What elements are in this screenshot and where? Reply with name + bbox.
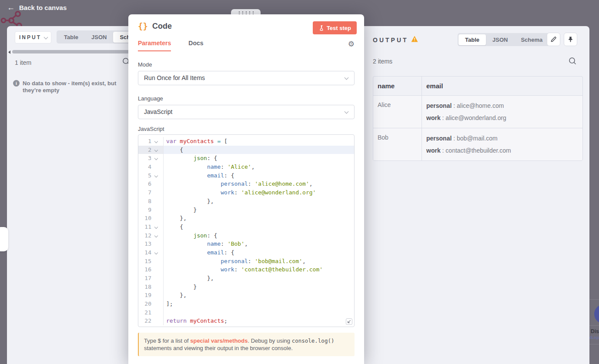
pin-data-button[interactable] <box>564 33 577 46</box>
table-header-row: name email <box>373 77 582 96</box>
fold-chevron-icon[interactable] <box>151 146 161 154</box>
special-vars-link[interactable]: special vars/methods <box>190 337 248 344</box>
column-header-name: name <box>373 77 422 96</box>
mode-select[interactable]: Run Once for All Items <box>138 71 355 85</box>
left-panel-handle[interactable] <box>0 227 8 251</box>
input-source-select[interactable]: INPUT <box>15 31 51 43</box>
divider <box>589 325 599 326</box>
node-title: Code <box>152 22 172 31</box>
fold-chevron-icon <box>151 300 161 308</box>
tab-parameters[interactable]: Parameters <box>138 40 171 51</box>
column-header-email: email <box>422 77 582 96</box>
fold-chevron-icon <box>151 317 161 325</box>
tab-schema[interactable]: Schema <box>514 34 549 45</box>
background-sublabel: dLega <box>589 335 599 340</box>
output-table: name email Alicepersonal : alice@home.co… <box>373 76 583 161</box>
horizontal-scrollbar[interactable] <box>12 50 131 53</box>
output-panel: OUTPUT TableJSONSchema 2 items name emai… <box>364 26 589 364</box>
code-line: 10 }, <box>138 214 354 223</box>
tab-json[interactable]: JSON <box>85 32 113 43</box>
code-line: 2 { <box>138 146 354 154</box>
tab-table[interactable]: Table <box>458 34 486 45</box>
fold-chevron-icon <box>151 214 161 223</box>
line-number: 18 <box>138 283 151 291</box>
code-lines: 1var myContacts = [2 {3 json: {4 name: '… <box>138 137 354 325</box>
line-number: 20 <box>138 300 151 308</box>
chevron-down-icon <box>44 35 48 40</box>
scroll-left-arrow-icon[interactable] <box>8 50 10 54</box>
input-empty-notice: i No data to show - item(s) exist, but t… <box>13 80 135 94</box>
line-number: 11 <box>138 223 151 231</box>
fold-chevron-icon[interactable] <box>151 248 161 257</box>
code-line: 22return myContacts; <box>138 317 354 325</box>
fold-chevron-icon <box>151 283 161 291</box>
input-items-count: 1 item <box>15 59 31 66</box>
chevron-down-icon <box>345 76 349 80</box>
editor-resize-handle[interactable] <box>346 318 352 325</box>
output-view-tabs: TableJSONSchema <box>458 33 550 46</box>
node-settings-gear-icon[interactable]: ⚙ <box>348 40 355 49</box>
fold-chevron-icon <box>151 188 161 197</box>
editor-hint-callout: Type $ for a list of special vars/method… <box>138 333 355 356</box>
fold-chevron-icon <box>151 240 161 248</box>
code-line: 15 personal: 'bob@mail.com', <box>138 257 354 266</box>
fold-chevron-icon <box>151 257 161 266</box>
fold-chevron-icon <box>151 291 161 300</box>
code-line: 11 { <box>138 223 354 231</box>
back-arrow-icon: ← <box>7 3 15 11</box>
code-editor-label: JavaScript <box>138 126 164 132</box>
cell-name: Bob <box>373 128 422 160</box>
code-line: 1var myContacts = [ <box>138 137 354 146</box>
code-line: 6 personal: 'alice@home.com', <box>138 180 354 188</box>
background-label: Dis <box>591 328 599 334</box>
info-icon: i <box>13 80 20 87</box>
line-number: 12 <box>138 231 151 240</box>
line-number: 21 <box>138 308 151 317</box>
fold-chevron-icon[interactable] <box>151 171 161 180</box>
cell-name: Alice <box>373 96 422 128</box>
fold-chevron-icon <box>151 274 161 283</box>
language-select[interactable]: JavaScript <box>138 105 355 119</box>
language-label: Language <box>138 95 163 102</box>
code-line: 21 <box>138 308 354 317</box>
code-line: 9 } <box>138 206 354 214</box>
tab-json[interactable]: JSON <box>486 34 514 45</box>
code-line: 18 } <box>138 283 354 291</box>
code-line: 14 email: { <box>138 248 354 257</box>
line-number: 17 <box>138 274 151 283</box>
fold-chevron-icon[interactable] <box>151 231 161 240</box>
flask-icon <box>318 25 324 31</box>
code-line: 19 }, <box>138 291 354 300</box>
fold-chevron-icon[interactable] <box>151 137 161 146</box>
line-number: 7 <box>138 188 151 197</box>
background-avatar <box>594 304 599 324</box>
back-label: Back to canvas <box>19 4 67 11</box>
output-items-count: 2 items <box>373 58 392 65</box>
code-line: 12 json: { <box>138 231 354 240</box>
line-number: 8 <box>138 197 151 206</box>
line-number: 6 <box>138 180 151 188</box>
fold-chevron-icon[interactable] <box>151 154 161 163</box>
input-panel-title: INPUT <box>15 34 41 40</box>
input-empty-message: No data to show - item(s) exist, but the… <box>23 80 131 94</box>
fold-chevron-icon <box>151 265 161 274</box>
edit-output-button[interactable] <box>547 33 560 46</box>
tab-table[interactable]: Table <box>57 32 85 43</box>
code-line: 5 email: { <box>138 171 354 180</box>
divider <box>589 344 599 344</box>
mode-label: Mode <box>138 61 152 68</box>
fold-chevron-icon <box>151 197 161 206</box>
test-step-button[interactable]: Test step <box>313 21 357 34</box>
code-line: 7 work: 'alice@wonderland.org' <box>138 188 354 197</box>
line-number: 3 <box>138 154 151 163</box>
fold-chevron-icon <box>151 180 161 188</box>
output-search-icon[interactable] <box>569 57 576 65</box>
tab-docs[interactable]: Docs <box>188 40 203 51</box>
code-node-modal: {} Code Test step Parameters Docs ⚙ Mode… <box>128 14 364 364</box>
fold-chevron-icon <box>151 206 161 214</box>
fold-chevron-icon[interactable] <box>151 223 161 231</box>
code-line: 3 json: { <box>138 154 354 163</box>
code-line: 17 }, <box>138 274 354 283</box>
code-editor[interactable]: 1var myContacts = [2 {3 json: {4 name: '… <box>138 134 355 327</box>
back-to-canvas-button[interactable]: ← Back to canvas <box>7 3 67 11</box>
